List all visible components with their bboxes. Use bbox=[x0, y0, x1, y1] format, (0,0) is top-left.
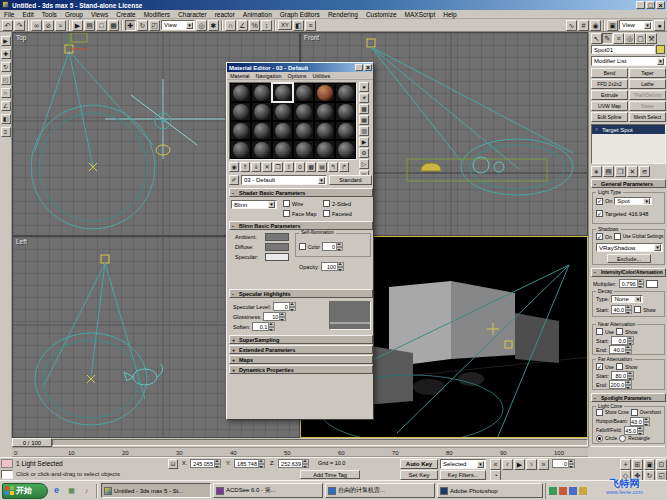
bind-to-spacewarp-icon[interactable]: ≈ bbox=[55, 20, 66, 31]
tab-motion-icon[interactable]: ◎ bbox=[624, 33, 635, 44]
minimize-button[interactable]: _ bbox=[636, 1, 645, 9]
shader-type-dropdown[interactable]: Blinn▼ bbox=[231, 200, 277, 209]
exclude-button[interactable]: Exclude... bbox=[607, 254, 651, 263]
time-slider[interactable]: 0 / 100 bbox=[12, 438, 588, 447]
time-slider-track[interactable] bbox=[52, 439, 588, 446]
menu-rendering[interactable]: Rendering bbox=[324, 11, 362, 18]
redo-icon[interactable]: ↷ bbox=[14, 20, 25, 31]
targeted-checkbox[interactable] bbox=[596, 210, 603, 217]
material-slot[interactable] bbox=[230, 140, 251, 159]
reset-material-icon[interactable]: ✕ bbox=[262, 162, 272, 172]
show-end-result-icon[interactable]: ▤ bbox=[603, 166, 614, 177]
select-by-name-icon[interactable]: ▤ bbox=[84, 20, 95, 31]
current-frame-field[interactable]: 0 bbox=[552, 459, 575, 468]
menu-file[interactable]: File bbox=[0, 11, 18, 18]
modifier-button[interactable]: Lathe bbox=[629, 79, 666, 89]
material-slot[interactable] bbox=[272, 121, 293, 140]
far-use-checkbox[interactable] bbox=[596, 363, 603, 370]
far-start-field[interactable]: 80.0 bbox=[611, 371, 634, 380]
make-unique-icon[interactable]: ❐ bbox=[615, 166, 626, 177]
use-global-checkbox[interactable] bbox=[614, 233, 621, 240]
faceted-checkbox[interactable] bbox=[323, 210, 330, 217]
rollout-maps[interactable]: +Maps bbox=[229, 355, 373, 364]
spinner-arrows[interactable] bbox=[336, 242, 343, 251]
circle-radio[interactable] bbox=[596, 435, 603, 442]
quick-render-icon[interactable]: ● bbox=[654, 20, 665, 31]
undo-icon[interactable]: ↶ bbox=[2, 20, 13, 31]
material-slot[interactable] bbox=[293, 102, 314, 121]
spinner-arrows[interactable] bbox=[625, 380, 632, 389]
menu-maxscript[interactable]: MAXScript bbox=[401, 11, 440, 18]
material-slot[interactable] bbox=[335, 140, 356, 159]
light-color-swatch[interactable] bbox=[646, 280, 658, 288]
material-slot[interactable] bbox=[230, 102, 251, 121]
video-color-check-icon[interactable]: ▥ bbox=[359, 126, 369, 136]
diffuse-color-swatch[interactable] bbox=[265, 243, 289, 251]
spinner-arrows[interactable] bbox=[627, 336, 634, 345]
spinner-arrows[interactable] bbox=[289, 302, 296, 311]
ambient-color-swatch[interactable] bbox=[265, 233, 289, 241]
window-crossing-icon[interactable]: ▦ bbox=[108, 20, 119, 31]
far-show-checkbox[interactable] bbox=[616, 363, 623, 370]
go-to-parent-icon[interactable]: ↰ bbox=[328, 162, 338, 172]
self-illum-value-field[interactable]: 0 bbox=[322, 242, 343, 251]
material-slot[interactable] bbox=[314, 121, 335, 140]
material-slot[interactable] bbox=[335, 121, 356, 140]
unlink-selection-icon[interactable]: ⊘ bbox=[43, 20, 54, 31]
start-button[interactable]: 开始 bbox=[2, 483, 48, 499]
selection-lock-icon[interactable]: ⊡ bbox=[168, 459, 178, 469]
rollout-intensity[interactable]: -Intensity/Color/Attenuation bbox=[591, 268, 666, 277]
render-type-dropdown[interactable]: View▼ bbox=[619, 20, 653, 30]
rollout-spotlight-parameters[interactable]: -Spotlight Parameters bbox=[591, 393, 666, 402]
material-slot[interactable] bbox=[251, 140, 272, 159]
spinner-arrows[interactable] bbox=[627, 371, 634, 380]
material-slot[interactable] bbox=[314, 140, 335, 159]
shadow-plugin-dropdown[interactable]: VRayShadow▼ bbox=[596, 243, 663, 252]
viewport-front-label[interactable]: Front bbox=[304, 34, 319, 41]
shadows-on-checkbox[interactable] bbox=[596, 233, 603, 240]
effects-channel-icon[interactable]: 0 bbox=[295, 162, 305, 172]
falloff-field[interactable]: 45.0 bbox=[624, 426, 644, 435]
material-slot[interactable] bbox=[335, 83, 356, 102]
add-time-tag[interactable]: Add Time Tag bbox=[300, 470, 360, 479]
tray-icon[interactable] bbox=[549, 487, 557, 495]
make-preview-icon[interactable]: ▶ bbox=[359, 137, 369, 147]
pin-stack-icon[interactable]: ∗ bbox=[591, 166, 602, 177]
show-map-in-viewport-icon[interactable]: ▩ bbox=[306, 162, 316, 172]
near-end-field[interactable]: 40.0 bbox=[609, 345, 632, 354]
modifier-button[interactable]: Bend bbox=[591, 68, 628, 78]
zoom-extents-icon[interactable]: ▣ bbox=[644, 459, 655, 470]
menu-group[interactable]: Group bbox=[61, 11, 87, 18]
menu-options[interactable]: Options bbox=[285, 73, 310, 79]
spinner-arrows[interactable] bbox=[302, 459, 309, 468]
spinner-snap-icon[interactable]: ↕ bbox=[261, 20, 272, 31]
dialog-minimize-button[interactable]: _ bbox=[355, 64, 363, 71]
go-to-start-icon[interactable]: « bbox=[490, 459, 501, 470]
specular-level-field[interactable]: 0 bbox=[273, 302, 296, 311]
material-slot[interactable] bbox=[251, 102, 272, 121]
material-slot[interactable] bbox=[314, 102, 335, 121]
object-color-swatch[interactable] bbox=[656, 45, 665, 54]
zoom-extents-all-icon[interactable]: ⊡ bbox=[656, 459, 667, 470]
rollout-specular-highlights[interactable]: -Specular Highlights bbox=[229, 289, 373, 298]
left-scale-icon[interactable]: ◰ bbox=[1, 75, 11, 85]
play-icon[interactable]: ▶ bbox=[514, 459, 525, 470]
material-slot[interactable] bbox=[230, 121, 251, 140]
modifier-button[interactable]: Edit Spline bbox=[591, 112, 628, 122]
material-editor-icon[interactable]: ◉ bbox=[590, 20, 601, 31]
track-bar[interactable]: 0 10 20 30 40 50 60 70 80 90 100 bbox=[12, 447, 588, 457]
self-illum-color-checkbox[interactable] bbox=[299, 243, 306, 250]
left-align-icon[interactable]: ≡ bbox=[1, 127, 11, 137]
decay-show-checkbox[interactable] bbox=[634, 306, 641, 313]
rollout-supersampling[interactable]: +SuperSampling bbox=[229, 335, 373, 344]
decay-type-dropdown[interactable]: None▼ bbox=[611, 295, 643, 303]
material-slot[interactable] bbox=[293, 140, 314, 159]
menu-views[interactable]: Views bbox=[87, 11, 112, 18]
select-and-rotate-icon[interactable]: ↻ bbox=[137, 20, 148, 31]
zoom-icon[interactable]: + bbox=[620, 459, 631, 470]
z-coordinate-field[interactable]: 252.639 bbox=[278, 459, 309, 468]
material-slot[interactable] bbox=[230, 83, 251, 102]
modifier-button[interactable]: UVW Map bbox=[591, 101, 628, 111]
zoom-all-icon[interactable]: ⊞ bbox=[632, 459, 643, 470]
far-end-field[interactable]: 200.0 bbox=[609, 380, 632, 389]
